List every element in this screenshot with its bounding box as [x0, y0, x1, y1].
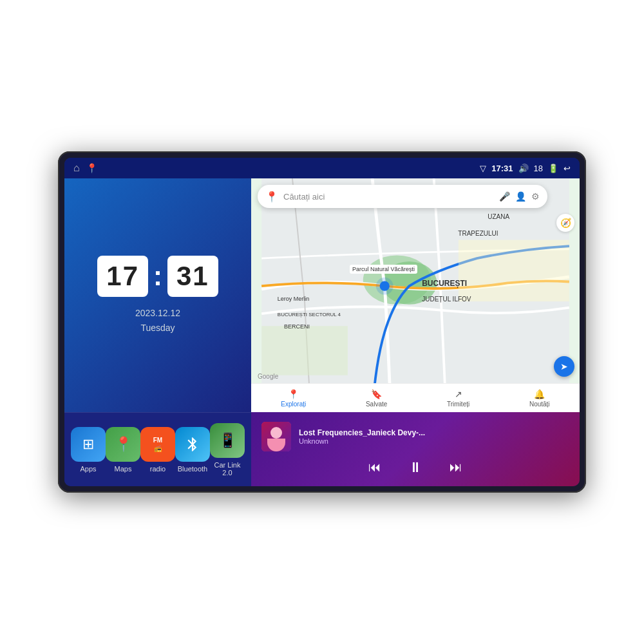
- map-search-bar[interactable]: 📍 Căutați aici 🎤 👤 ⚙: [258, 185, 547, 208]
- clock-widget: 17 : 31 2023.12.12 Tuesday: [64, 178, 251, 412]
- maps-icon: 📍: [106, 427, 140, 462]
- radio-icon: FM 📻: [140, 427, 175, 462]
- map-label-leroy: Leroy Merlin: [278, 296, 310, 302]
- layers-icon[interactable]: ⚙: [531, 191, 540, 202]
- status-time: 17:31: [491, 164, 513, 173]
- home-icon[interactable]: ⌂: [73, 162, 80, 174]
- music-thumbnail: [261, 422, 291, 451]
- map-area[interactable]: 📍 Căutați aici 🎤 👤 ⚙ TRAPEZULUI UZANA BU…: [251, 178, 580, 412]
- noutati-icon: 🔔: [534, 389, 545, 399]
- noutati-label: Noutăți: [529, 401, 550, 408]
- device-frame: ⌂ 📍 ▽ 17:31 🔊 18 🔋 ↩ 17 :: [58, 151, 586, 493]
- explorați-label: Explorați: [281, 401, 306, 408]
- next-button[interactable]: ⏭: [446, 459, 466, 476]
- clock-minute: 31: [167, 256, 218, 297]
- map-search-placeholder: Căutați aici: [283, 192, 494, 202]
- radio-label: radio: [150, 465, 166, 473]
- clock-day-value: Tuesday: [135, 321, 180, 335]
- trimiteti-label: Trimiteți: [447, 401, 469, 408]
- clock-hour: 17: [97, 256, 148, 297]
- app-item-maps[interactable]: 📍 Maps: [106, 427, 140, 473]
- battery-icon: 🔋: [548, 164, 558, 173]
- status-bar-right: ▽ 17:31 🔊 18 🔋 ↩: [480, 164, 571, 173]
- play-pause-button[interactable]: ⏸: [404, 458, 426, 477]
- map-bottom-nav: 📍 Explorați 🔖 Salvate ↗ Trimiteți 🔔: [251, 383, 580, 412]
- app-bar: ⊞ Apps 📍 Maps FM 📻: [64, 412, 251, 486]
- right-panel: 📍 Căutați aici 🎤 👤 ⚙ TRAPEZULUI UZANA BU…: [251, 178, 580, 486]
- map-label-trapezului: TRAPEZULUI: [458, 230, 498, 237]
- music-player: Lost Frequencies_Janieck Devy-... Unknow…: [251, 412, 580, 486]
- music-info: Lost Frequencies_Janieck Devy-... Unknow…: [299, 428, 569, 445]
- clock-date-value: 2023.12.12: [135, 306, 180, 320]
- app-item-bluetooth[interactable]: Bluetooth: [175, 427, 210, 473]
- trimiteti-icon: ↗: [455, 389, 462, 399]
- prev-button[interactable]: ⏮: [365, 459, 385, 476]
- salvate-label: Salvate: [366, 401, 387, 408]
- map-pin-icon: 📍: [265, 191, 278, 203]
- explorați-icon: 📍: [288, 389, 299, 399]
- svg-point-6: [376, 278, 393, 295]
- compass-icon[interactable]: 🧭: [556, 214, 574, 232]
- map-nav-salvate[interactable]: 🔖 Salvate: [366, 389, 387, 408]
- music-artist: Unknown: [299, 437, 569, 445]
- carlink-icon: 📱: [210, 423, 245, 458]
- main-content: 17 : 31 2023.12.12 Tuesday ⊞: [64, 178, 580, 486]
- map-nav-noutati[interactable]: 🔔 Noutăți: [529, 389, 550, 408]
- map-nav-explorați[interactable]: 📍 Explorați: [281, 389, 306, 408]
- map-label-parcul: Parcul Natural Văcărești: [350, 265, 417, 274]
- maps-nav-icon[interactable]: 📍: [86, 163, 97, 173]
- svg-rect-3: [261, 326, 348, 375]
- app-item-apps[interactable]: ⊞ Apps: [71, 427, 106, 473]
- music-top: Lost Frequencies_Janieck Devy-... Unknow…: [261, 422, 569, 451]
- clock-colon: :: [153, 261, 162, 292]
- map-label-berceni: BERCENI: [284, 323, 310, 330]
- left-panel: 17 : 31 2023.12.12 Tuesday ⊞: [64, 178, 251, 486]
- bluetooth-label: Bluetooth: [178, 465, 207, 473]
- clock-display: 17 : 31: [97, 256, 218, 297]
- app-item-radio[interactable]: FM 📻 radio: [140, 427, 175, 473]
- map-nav-trimiteti[interactable]: ↗ Trimiteți: [447, 389, 469, 408]
- map-label-ilfov: JUDEȚUL ILFOV: [422, 296, 471, 303]
- status-bar-left: ⌂ 📍: [73, 162, 97, 174]
- salvate-icon: 🔖: [371, 389, 382, 399]
- microphone-icon[interactable]: 🎤: [499, 191, 510, 202]
- google-logo: Google: [258, 373, 278, 380]
- apps-icon: ⊞: [71, 427, 106, 462]
- carlink-label: Car Link 2.0: [210, 461, 245, 477]
- volume-icon: 🔊: [518, 164, 529, 173]
- maps-label: Maps: [115, 465, 132, 473]
- device-screen: ⌂ 📍 ▽ 17:31 🔊 18 🔋 ↩ 17 :: [64, 158, 580, 486]
- signal-icon: ▽: [480, 164, 486, 173]
- volume-level: 18: [534, 164, 543, 173]
- music-controls: ⏮ ⏸ ⏭: [261, 458, 569, 477]
- map-label-uzana: UZANA: [488, 213, 509, 220]
- bluetooth-icon: [175, 427, 210, 462]
- back-icon[interactable]: ↩: [564, 164, 571, 173]
- map-label-bucuresti: BUCUREȘTI: [422, 279, 467, 288]
- app-item-carlink[interactable]: 📱 Car Link 2.0: [210, 423, 245, 477]
- apps-label: Apps: [80, 465, 96, 473]
- account-icon[interactable]: 👤: [515, 191, 526, 202]
- svg-rect-4: [459, 240, 569, 302]
- status-bar: ⌂ 📍 ▽ 17:31 🔊 18 🔋 ↩: [64, 158, 580, 178]
- clock-date: 2023.12.12 Tuesday: [135, 306, 180, 335]
- navigate-button[interactable]: ➤: [554, 356, 574, 377]
- map-label-sector4: BUCUREȘTI SECTORUL 4: [278, 312, 341, 317]
- music-title: Lost Frequencies_Janieck Devy-...: [299, 428, 569, 437]
